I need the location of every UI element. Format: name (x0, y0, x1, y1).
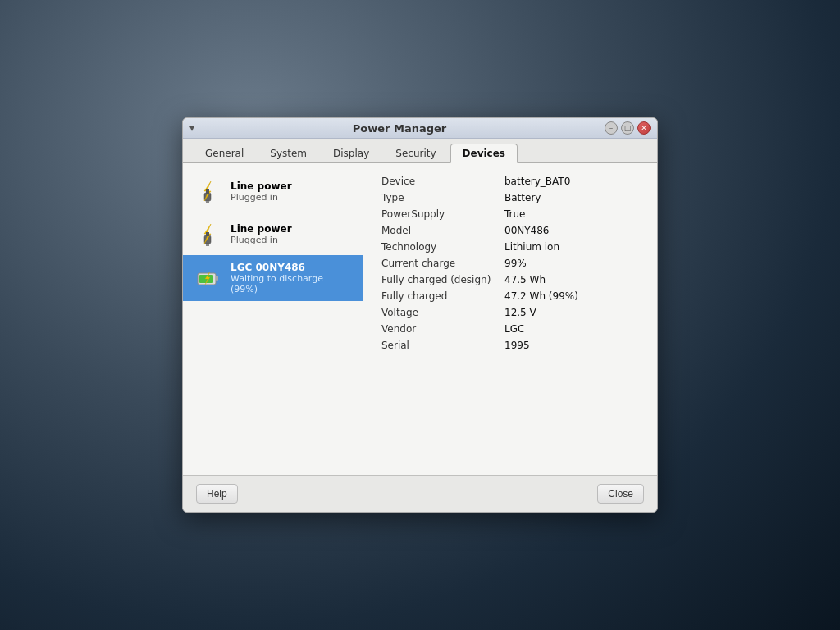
battery1-name: LGC 00NY486 (231, 262, 353, 273)
detail-label-powersupply: PowerSupply (377, 206, 500, 222)
detail-value-vendor: LGC (500, 321, 644, 337)
detail-value-serial: 1995 (500, 337, 644, 354)
detail-row-voltage: Voltage 12.5 V (377, 304, 644, 321)
tabs-bar: General System Display Security Devices (183, 139, 657, 163)
power-manager-window: ▾ Power Manager – □ ✕ General System Dis… (182, 117, 658, 513)
svg-rect-3 (206, 189, 208, 194)
linepower1-text: Line power Plugged in (231, 180, 292, 203)
linepower2-text: Line power Plugged in (231, 223, 292, 245)
svg-rect-6 (206, 244, 209, 246)
detail-label-fullycharged: Fully charged (377, 288, 500, 304)
tab-system[interactable]: System (258, 144, 319, 162)
close-button[interactable]: ✕ (637, 121, 651, 135)
detail-row-currentcharge: Current charge 99% (377, 255, 644, 272)
tab-display[interactable]: Display (321, 144, 381, 162)
titlebar: ▾ Power Manager – □ ✕ (183, 118, 657, 139)
linepower1-name: Line power (231, 180, 292, 192)
detail-value-device: battery_BAT0 (500, 173, 644, 189)
detail-label-fullchargedesign: Fully charged (design) (377, 272, 500, 288)
detail-value-technology: Lithium ion (500, 239, 644, 255)
detail-value-powersupply: True (500, 206, 644, 222)
detail-value-currentcharge: 99% (500, 255, 644, 272)
detail-label-currentcharge: Current charge (377, 255, 500, 272)
svg-rect-9 (208, 232, 209, 236)
details-panel: Device battery_BAT0 Type Battery PowerSu… (363, 163, 657, 475)
window-controls: – □ ✕ (605, 121, 651, 135)
detail-row-technology: Technology Lithium ion (377, 239, 644, 255)
detail-value-voltage: 12.5 V (500, 304, 644, 321)
linepower1-status: Plugged in (231, 192, 292, 203)
device-item-battery1[interactable]: LGC 00NY486 Waiting to discharge (99%) (183, 255, 363, 301)
linepower2-icon (193, 219, 222, 249)
help-button[interactable]: Help (196, 484, 238, 504)
svg-rect-8 (206, 232, 208, 236)
linepower2-status: Plugged in (231, 235, 292, 245)
content-area: Line power Plugged in Line power (183, 163, 657, 475)
device-item-linepower1[interactable]: Line power Plugged in (183, 170, 363, 212)
linepower2-name: Line power (231, 223, 292, 235)
device-item-linepower2[interactable]: Line power Plugged in (183, 212, 363, 255)
detail-row-powersupply: PowerSupply True (377, 206, 644, 222)
detail-row-model: Model 00NY486 (377, 222, 644, 239)
detail-value-type: Battery (500, 189, 644, 206)
tab-devices[interactable]: Devices (450, 144, 518, 163)
svg-rect-11 (216, 276, 218, 281)
detail-label-voltage: Voltage (377, 304, 500, 321)
detail-row-type: Type Battery (377, 189, 644, 206)
detail-label-vendor: Vendor (377, 321, 500, 337)
detail-row-vendor: Vendor LGC (377, 321, 644, 337)
detail-value-model: 00NY486 (500, 222, 644, 239)
detail-row-fullycharged: Fully charged 47.2 Wh (99%) (377, 288, 644, 304)
detail-label-technology: Technology (377, 239, 500, 255)
footer: Help Close (183, 475, 657, 512)
tab-security[interactable]: Security (383, 144, 448, 162)
detail-row-fullchargedesign: Fully charged (design) 47.5 Wh (377, 272, 644, 288)
maximize-button[interactable]: □ (621, 121, 634, 135)
detail-label-serial: Serial (377, 337, 500, 354)
minimize-button[interactable]: – (605, 121, 618, 135)
detail-value-fullchargedesign: 47.5 Wh (500, 272, 644, 288)
svg-rect-4 (208, 189, 209, 194)
linepower1-icon (193, 176, 222, 206)
battery1-status: Waiting to discharge (99%) (231, 273, 353, 294)
svg-rect-1 (206, 201, 209, 203)
details-table: Device battery_BAT0 Type Battery PowerSu… (377, 173, 644, 354)
detail-row-serial: Serial 1995 (377, 337, 644, 354)
tab-general[interactable]: General (193, 144, 256, 162)
battery1-text: LGC 00NY486 Waiting to discharge (99%) (231, 262, 353, 294)
window-title: Power Manager (194, 122, 605, 135)
devices-list: Line power Plugged in Line power (183, 163, 363, 475)
detail-row-device: Device battery_BAT0 (377, 173, 644, 189)
battery1-icon (193, 263, 222, 293)
detail-label-device: Device (377, 173, 500, 189)
close-dialog-button[interactable]: Close (597, 484, 644, 504)
detail-label-model: Model (377, 222, 500, 239)
detail-value-fullycharged: 47.2 Wh (99%) (500, 288, 644, 304)
detail-label-type: Type (377, 189, 500, 206)
